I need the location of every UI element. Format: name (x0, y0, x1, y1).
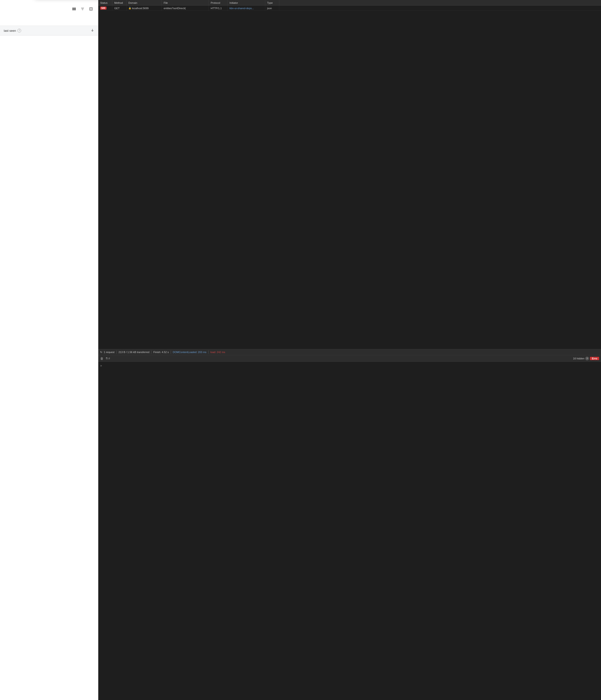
row-type: json (265, 6, 279, 10)
left-panel: last seen ? (0, 0, 98, 700)
left-panel-top (0, 0, 98, 26)
svg-rect-2 (75, 7, 76, 10)
hidden-badge: 16 hidden × Erro (573, 356, 599, 360)
col-header-method: Method (112, 0, 127, 5)
transfer-size: 213 B / 1.56 kB transferred (119, 351, 149, 353)
refresh-icon[interactable]: ↻ (100, 351, 102, 354)
col-header-domain: Domain (127, 0, 162, 5)
columns-button[interactable] (71, 6, 77, 12)
console-body: » (98, 362, 601, 700)
console-expand-button[interactable]: » (100, 364, 102, 368)
info-icon[interactable]: ? (18, 29, 21, 32)
console-toolbar: 🗑 ⚗ # 16 hidden × Erro (98, 355, 601, 362)
col-header-protocol: Protocol (209, 0, 228, 5)
row-domain: 🔒 localhost:5699 (127, 6, 162, 10)
load-time: load: 242 ms (210, 351, 225, 353)
divider4 (208, 350, 209, 354)
network-body (98, 11, 601, 349)
row-initiator: kbn-ui-shared-deps... (228, 6, 265, 10)
svg-rect-0 (72, 7, 73, 10)
console-filter-button[interactable]: ⚗ # (105, 357, 110, 360)
filter-label-text: last seen (4, 29, 16, 32)
lock-icon: 🔒 (128, 7, 131, 9)
hidden-close-button[interactable]: × (585, 356, 589, 360)
row-method: GET (112, 6, 127, 10)
right-panel: Status Method Domain File Protocol Initi… (98, 0, 601, 700)
clear-console-button[interactable]: 🗑 (100, 356, 103, 360)
finish-time: Finish: 4.52 s (153, 351, 168, 353)
row-protocol: HTTP/1.1 (209, 6, 228, 10)
col-header-status: Status (98, 0, 112, 5)
row-file: entities?sortDirecti( (162, 6, 209, 10)
status-500-badge: 500 (100, 6, 106, 10)
requests-count: 1 request (104, 351, 114, 353)
col-header-initiator: Initiator (228, 0, 265, 5)
row-status: 500 (98, 6, 112, 10)
dom-content-loaded: DOMContentLoaded: 203 ms (173, 351, 206, 353)
svg-rect-1 (74, 7, 75, 10)
filter-label: last seen ? (4, 29, 21, 32)
network-table-row[interactable]: 500 GET 🔒 localhost:5699 entities?sortDi… (98, 6, 601, 11)
filter-button[interactable] (79, 6, 86, 12)
toolbar-row (4, 6, 94, 12)
error-filter-badge[interactable]: Erro (590, 357, 599, 360)
sort-button[interactable] (90, 28, 94, 33)
network-status-bar: ↻ 1 request 213 B / 1.56 kB transferred … (98, 349, 601, 355)
initiator-link[interactable]: kbn-ui-shared-deps... (230, 7, 254, 10)
hidden-count-text: 16 hidden (573, 357, 584, 360)
filter-icon: ⚗ (105, 357, 108, 360)
svg-rect-3 (89, 7, 93, 10)
network-table-header: Status Method Domain File Protocol Initi… (98, 0, 601, 6)
expand-button[interactable] (88, 6, 94, 12)
col-header-type: Type (265, 0, 279, 5)
col-header-file: File (162, 0, 209, 5)
filter-row: last seen ? (0, 26, 98, 35)
